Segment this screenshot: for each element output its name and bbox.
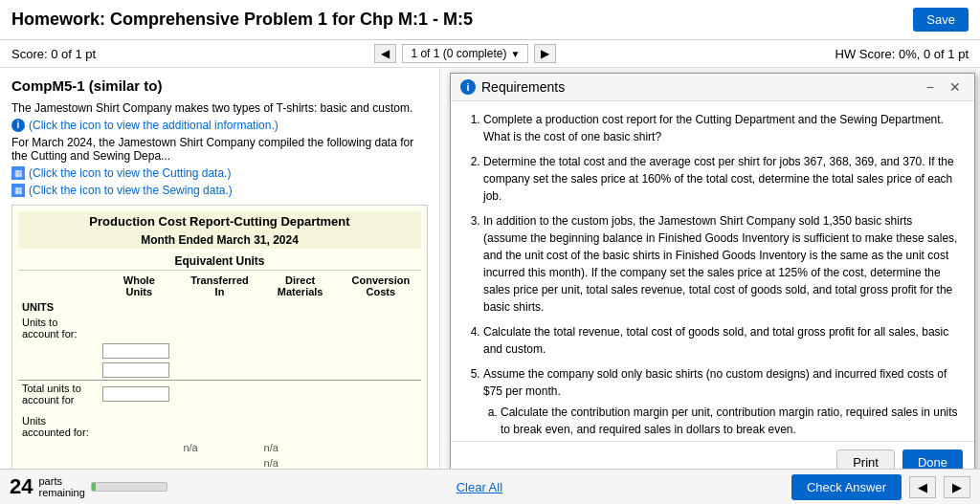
accounted-row-1-na: n/a	[183, 442, 197, 453]
units-accounted-for-label: Units accounted for:	[18, 413, 99, 440]
col-header-units	[18, 273, 99, 299]
info-link[interactable]: i (Click the icon to view the additional…	[11, 119, 428, 132]
page-dropdown-arrow: ▼	[510, 49, 520, 59]
modal-minimize-button[interactable]: −	[923, 79, 938, 95]
main-container: CompM5-1 (similar to) The Jamestown Shir…	[0, 68, 980, 489]
modal-header-left: i Requirements	[460, 79, 565, 95]
requirement-5-sub: Calculate the contribution margin per un…	[483, 404, 959, 441]
requirement-4: Calculate the total revenue, total cost …	[483, 323, 959, 358]
units-account-for-label: Units to account for:	[18, 315, 99, 341]
hw-score-label: HW Score: 0%, 0 of 1 pt	[835, 47, 969, 61]
modal-header: i Requirements − ✕	[451, 74, 974, 101]
page-title: Homework: Comprehensive Problem 1 for Ch…	[11, 10, 473, 30]
requirement-3: In addition to the custom jobs, the Jame…	[483, 212, 959, 316]
col-header-transferred: Transferred In	[179, 273, 259, 299]
eq-units-header: Equivalent Units	[18, 252, 421, 271]
right-panel: i Requirements − ✕ Complete a production…	[440, 68, 980, 489]
grid-icon-cutting: ▦	[11, 166, 25, 180]
req-5a: Calculate the contribution margin per un…	[501, 404, 959, 438]
next-page-button[interactable]: ▶	[534, 44, 556, 63]
grid-icon-sewing: ▦	[11, 184, 25, 197]
units-section-label: UNITS	[18, 299, 99, 315]
progress-fill	[92, 483, 96, 491]
score-label: Score: 0 of 1 pt	[11, 47, 96, 61]
bottom-next-button[interactable]: ▶	[944, 476, 970, 498]
bottom-bar: 24 parts remaining Clear All Check Answe…	[0, 469, 980, 504]
page-text: 1 of 1 (0 complete)	[411, 47, 506, 60]
table-subtitle: Month Ended March 31, 2024	[18, 231, 421, 249]
click-cutting-text: (Click the icon to view the Cutting data…	[29, 166, 231, 180]
sewing-link[interactable]: ▦ (Click the icon to view the Sewing dat…	[11, 184, 428, 197]
clear-all-button[interactable]: Clear All	[457, 480, 502, 494]
check-answer-button[interactable]: Check Answer	[791, 474, 902, 500]
requirement-1: Complete a production cost report for th…	[483, 111, 959, 145]
cost-table: Whole Units Transferred In Direct Materi…	[18, 273, 421, 489]
accounted-row-1-label	[18, 440, 99, 455]
info-icon: i	[11, 119, 25, 132]
modal-info-icon: i	[460, 79, 476, 95]
parts-number: 24	[10, 476, 33, 497]
col-header-whole-units: Whole Units	[99, 273, 179, 299]
modal-controls: − ✕	[923, 79, 965, 95]
for-march-text: For March 2024, the Jamestown Shirt Comp…	[11, 136, 428, 163]
progress-bar	[91, 482, 167, 492]
parts-label-1: parts	[38, 475, 84, 487]
requirements-modal: i Requirements − ✕ Complete a production…	[450, 73, 975, 484]
problem-title: CompM5-1 (similar to)	[11, 77, 428, 94]
total-units-label: Total units to account for	[18, 381, 99, 408]
units-row-1-whole-input[interactable]	[102, 343, 169, 359]
parts-label-2: remaining	[38, 487, 84, 498]
modal-close-button[interactable]: ✕	[946, 79, 965, 95]
requirements-list: Complete a production cost report for th…	[466, 111, 959, 441]
left-panel: CompM5-1 (similar to) The Jamestown Shir…	[0, 68, 440, 489]
intro-text: The Jamestown Shirt Company makes two ty…	[11, 101, 428, 115]
modal-title: Requirements	[481, 79, 565, 95]
units-row-2-label	[18, 361, 99, 381]
accounted-row-2-na: n/a	[264, 457, 278, 469]
nav-controls: ◀ 1 of 1 (0 complete) ▼ ▶	[374, 44, 556, 63]
page-indicator: 1 of 1 (0 complete) ▼	[402, 44, 528, 63]
save-button[interactable]: Save	[913, 8, 969, 32]
units-row-1-label	[18, 341, 99, 361]
total-units-input[interactable]	[102, 386, 169, 402]
prev-page-button[interactable]: ◀	[374, 44, 396, 63]
modal-body: Complete a production cost report for th…	[451, 101, 974, 441]
accounted-row-1-na2: n/a	[264, 442, 278, 453]
bottom-right-controls: Check Answer ◀ ▶	[791, 474, 970, 500]
cutting-link[interactable]: ▦ (Click the icon to view the Cutting da…	[11, 166, 428, 180]
cost-table-container: Production Cost Report-Cutting Departmen…	[11, 205, 428, 489]
click-info-text: (Click the icon to view the additional i…	[29, 119, 278, 132]
units-row-2-whole-input[interactable]	[102, 362, 169, 378]
requirement-2: Determine the total cost and the average…	[483, 153, 959, 205]
col-header-conversion: Conversion Costs	[341, 273, 421, 299]
requirement-5: Assume the company sold only basic shirt…	[483, 365, 959, 441]
parts-remaining: 24 parts remaining	[10, 475, 167, 498]
table-title: Production Cost Report-Cutting Departmen…	[18, 211, 421, 231]
header: Homework: Comprehensive Problem 1 for Ch…	[0, 0, 980, 40]
score-bar: Score: 0 of 1 pt ◀ 1 of 1 (0 complete) ▼…	[0, 40, 980, 68]
col-header-direct: Direct Materials	[260, 273, 341, 299]
bottom-prev-button[interactable]: ◀	[909, 476, 936, 498]
click-sewing-text: (Click the icon to view the Sewing data.…	[29, 184, 233, 197]
